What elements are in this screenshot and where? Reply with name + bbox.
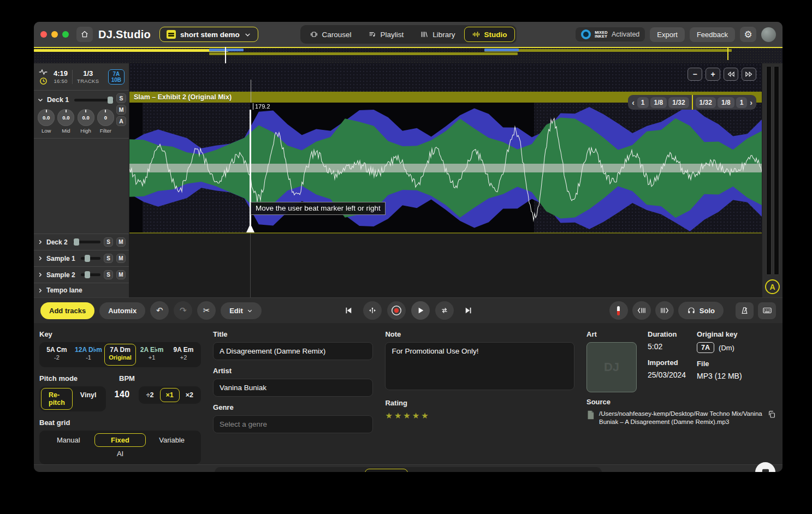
chevron-right-icon[interactable]: [37, 255, 43, 261]
nav-tab-studio[interactable]: Studio: [464, 27, 515, 42]
add-beat-marker-button[interactable]: [609, 301, 628, 320]
deck2-volume-slider[interactable]: [73, 241, 100, 243]
tempo-lane[interactable]: Tempo lane: [34, 283, 129, 297]
mixedinkey-status[interactable]: MIXEDINKEY Activated: [576, 27, 645, 41]
artist-input[interactable]: [213, 379, 373, 397]
key-option-12a-dbm[interactable]: 12A D♭m-1: [73, 344, 104, 366]
play-button[interactable]: [411, 301, 430, 320]
timeline-overview[interactable]: [34, 47, 783, 63]
preset-next-button[interactable]: ›: [749, 98, 754, 107]
note-textarea[interactable]: For Promotional Use Only!: [385, 342, 574, 390]
timeline-marker[interactable]: [727, 47, 728, 60]
zoom-preset-button[interactable]: 1/32: [696, 97, 716, 108]
zoom-in-button[interactable]: +: [706, 68, 720, 81]
rewind-button[interactable]: [724, 68, 738, 81]
mix-keys-badge[interactable]: 7A 10B: [108, 69, 125, 85]
nav-tab-library[interactable]: Library: [412, 27, 463, 42]
zoom-preset-button[interactable]: 1/8: [650, 97, 667, 108]
tab-zoom[interactable]: Zoom: [216, 469, 259, 472]
deck1-mute-button[interactable]: M: [116, 105, 126, 115]
sample1-mute-button[interactable]: M: [116, 254, 126, 263]
bpm-half-option[interactable]: ÷2: [140, 388, 160, 402]
waveform-display[interactable]: 179.2 Move the user beat marker left or …: [129, 103, 762, 234]
solo-button[interactable]: Solo: [678, 302, 724, 319]
nav-tab-carousel[interactable]: Carousel: [301, 27, 359, 42]
zoom-preset-button[interactable]: 1: [736, 97, 748, 108]
high-knob[interactable]: 0.0 High: [77, 109, 95, 134]
key-option-9a-em[interactable]: 9A Em+2: [168, 344, 199, 366]
loop-button[interactable]: [435, 301, 454, 320]
timeline-track3-bar[interactable]: [484, 49, 731, 52]
tab-track[interactable]: Track: [365, 469, 408, 472]
export-button[interactable]: Export: [650, 27, 685, 42]
timeline-transition2-bar[interactable]: [484, 49, 519, 51]
key-option-2a-ebm[interactable]: 2A E♭m+1: [136, 344, 168, 366]
add-tracks-button[interactable]: Add tracks: [40, 302, 94, 319]
genre-input[interactable]: [213, 415, 373, 433]
timeline-track1-bar[interactable]: [34, 49, 228, 52]
deck2-solo-button[interactable]: S: [104, 237, 113, 247]
edit-menu-button[interactable]: Edit: [221, 302, 262, 319]
record-button[interactable]: [387, 301, 406, 320]
fast-forward-button[interactable]: [742, 68, 756, 81]
snap-playhead-button[interactable]: [363, 301, 382, 320]
settings-button[interactable]: ⚙: [740, 27, 756, 42]
zoom-out-button[interactable]: −: [687, 68, 702, 81]
bpm-x1-option[interactable]: ×1: [160, 388, 180, 402]
filter-knob[interactable]: 0 Filter: [97, 109, 115, 134]
nudge-right-button[interactable]: [655, 301, 674, 320]
chevron-right-icon[interactable]: [37, 272, 43, 278]
avatar[interactable]: [761, 27, 776, 42]
tab-transition[interactable]: Transition: [308, 469, 364, 472]
tab-playlist[interactable]: Playlist: [260, 469, 307, 472]
bpm-value[interactable]: 140: [114, 386, 131, 403]
project-selector[interactable]: short stem demo: [159, 27, 258, 42]
low-knob[interactable]: 0.0 Low: [37, 109, 55, 134]
timeline-playhead[interactable]: [225, 47, 226, 63]
automix-indicator[interactable]: A: [765, 279, 780, 294]
beatgrid-variable-option[interactable]: Variable: [146, 433, 198, 447]
sample2-solo-button[interactable]: S: [104, 270, 113, 279]
deck1-automation-button[interactable]: A: [116, 116, 126, 126]
deck1-volume-slider[interactable]: [74, 99, 114, 101]
tab-effects[interactable]: Effects: [453, 469, 500, 472]
deck2-mute-button[interactable]: M: [116, 237, 126, 247]
keyboard-shortcuts-button[interactable]: [758, 302, 776, 319]
slider-handle[interactable]: [85, 271, 90, 278]
tab-video[interactable]: Video: [409, 469, 452, 472]
minimize-window-button[interactable]: [51, 31, 58, 38]
nudge-left-button[interactable]: [632, 301, 651, 320]
sample1-solo-button[interactable]: S: [104, 254, 113, 263]
nav-tab-playlist[interactable]: Playlist: [360, 27, 412, 42]
feedback-button[interactable]: Feedback: [690, 27, 735, 42]
key-option-7a-dm[interactable]: 7A DmOriginal: [104, 344, 136, 366]
undo-button[interactable]: ↶: [150, 301, 169, 320]
beatgrid-manual-option[interactable]: Manual: [43, 433, 94, 447]
metronome-button[interactable]: [736, 302, 754, 319]
album-art-placeholder[interactable]: DJ: [586, 342, 637, 392]
zoom-preset-button[interactable]: 1: [637, 97, 649, 108]
rating-stars[interactable]: ★★★★★: [385, 411, 574, 421]
chevron-down-icon[interactable]: [37, 97, 44, 103]
waveform-canvas[interactable]: [129, 103, 762, 234]
home-button[interactable]: [76, 27, 93, 42]
skip-to-start-button[interactable]: [339, 301, 358, 320]
beatgrid-ai-option[interactable]: AI: [43, 447, 198, 461]
pitch-repitch-option[interactable]: Re-pitch: [41, 388, 73, 410]
automix-button[interactable]: Automix: [99, 302, 145, 319]
pitch-vinyl-option[interactable]: Vinyl: [73, 388, 104, 410]
copy-path-button[interactable]: [767, 410, 776, 419]
chevron-right-icon[interactable]: [37, 239, 43, 245]
mid-knob[interactable]: 0.0 Mid: [57, 109, 75, 134]
tab-samples[interactable]: Samples: [548, 469, 601, 472]
beatgrid-fixed-option[interactable]: Fixed: [94, 433, 146, 447]
maximize-window-button[interactable]: [62, 31, 69, 38]
zoom-preset-button[interactable]: 1/8: [718, 97, 734, 108]
slider-handle[interactable]: [108, 97, 113, 104]
redo-button[interactable]: ↷: [174, 301, 192, 320]
cut-button[interactable]: ✂: [197, 301, 216, 320]
timeline-track2-bar[interactable]: [209, 52, 518, 55]
sample1-volume-slider[interactable]: [81, 257, 100, 260]
skip-to-end-button[interactable]: [459, 301, 478, 320]
tab-master[interactable]: Master: [500, 469, 547, 472]
